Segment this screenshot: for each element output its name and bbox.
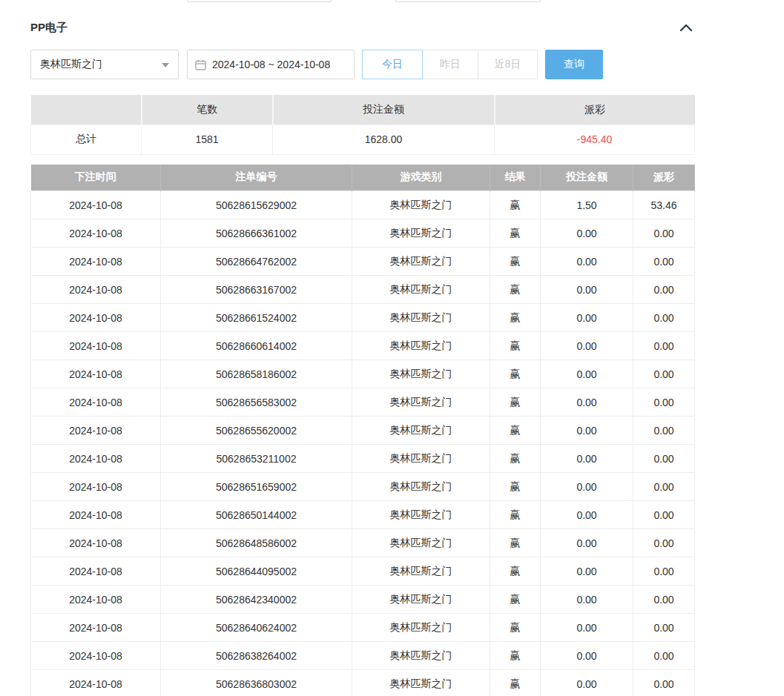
summary-header-payout: 派彩 [495, 95, 695, 125]
cell-bet-id: 50628661524002 [161, 304, 352, 332]
cell-bet-id: 50628615629002 [161, 191, 352, 219]
detail-header-bet-id: 注单编号 [161, 165, 352, 191]
cell-payout: 0.00 [633, 332, 695, 360]
cell-game-type: 奥林匹斯之门 [352, 276, 490, 304]
cell-bet-time: 2024-10-08 [31, 191, 161, 219]
cell-bet-amount: 0.00 [541, 670, 633, 696]
cell-bet-time: 2024-10-08 [31, 642, 161, 670]
table-row: 2024-10-08 50628650144002 奥林匹斯之门 赢 0.00 … [31, 501, 695, 529]
summary-header-row: 笔数 投注金额 派彩 [31, 95, 695, 125]
cell-bet-time: 2024-10-08 [31, 219, 161, 248]
collapse-button[interactable] [678, 22, 694, 33]
cell-bet-time: 2024-10-08 [31, 360, 161, 388]
cell-payout: 0.00 [633, 248, 695, 276]
cell-bet-amount: 0.00 [541, 642, 633, 670]
cell-bet-time: 2024-10-08 [31, 529, 161, 557]
quick-date-buttons: 今日 昨日 近8日 [362, 50, 538, 79]
cell-bet-amount: 0.00 [541, 276, 633, 304]
cell-bet-time: 2024-10-08 [31, 388, 161, 417]
cell-payout: 53.46 [633, 191, 695, 219]
cell-payout: 0.00 [633, 586, 695, 614]
cell-bet-time: 2024-10-08 [31, 332, 161, 360]
chevron-down-icon [162, 63, 169, 67]
cell-result: 赢 [490, 529, 541, 557]
cell-bet-id: 50628656583002 [161, 388, 352, 417]
cell-game-type: 奥林匹斯之门 [352, 417, 490, 445]
cell-bet-amount: 0.00 [541, 360, 633, 388]
cell-result: 赢 [490, 304, 541, 332]
today-button[interactable]: 今日 [362, 50, 423, 79]
game-select-value: 奥林匹斯之门 [40, 58, 102, 71]
cell-game-type: 奥林匹斯之门 [352, 360, 490, 388]
cell-bet-id: 50628650144002 [161, 501, 352, 529]
table-row: 2024-10-08 50628648586002 奥林匹斯之门 赢 0.00 … [31, 529, 695, 557]
cell-payout: 0.00 [633, 219, 695, 248]
table-row: 2024-10-08 50628651659002 奥林匹斯之门 赢 0.00 … [31, 473, 695, 501]
query-button[interactable]: 查询 [545, 50, 603, 79]
cell-payout: 0.00 [633, 529, 695, 557]
cell-game-type: 奥林匹斯之门 [352, 614, 490, 642]
cell-bet-amount: 0.00 [541, 332, 633, 360]
cell-bet-amount: 0.00 [541, 248, 633, 276]
section-header: PP电子 [30, 20, 694, 35]
cell-bet-id: 50628664762002 [161, 248, 352, 276]
cell-bet-time: 2024-10-08 [31, 501, 161, 529]
cell-result: 赢 [490, 248, 541, 276]
cell-result: 赢 [490, 332, 541, 360]
cell-bet-amount: 0.00 [541, 388, 633, 417]
detail-header-bet-time: 下注时间 [31, 165, 161, 191]
pp-electronic-section: PP电子 奥林匹斯之门 2024-10-08 ~ 202 [30, 0, 694, 696]
table-row: 2024-10-08 50628656583002 奥林匹斯之门 赢 0.00 … [31, 388, 695, 417]
table-row: 2024-10-08 50628653211002 奥林匹斯之门 赢 0.00 … [31, 445, 695, 473]
cell-bet-time: 2024-10-08 [31, 304, 161, 332]
cell-game-type: 奥林匹斯之门 [352, 191, 490, 219]
cell-game-type: 奥林匹斯之门 [352, 219, 490, 248]
cell-bet-amount: 0.00 [541, 304, 633, 332]
cell-game-type: 奥林匹斯之门 [352, 388, 490, 417]
cell-game-type: 奥林匹斯之门 [352, 332, 490, 360]
table-row: 2024-10-08 50628663167002 奥林匹斯之门 赢 0.00 … [31, 276, 695, 304]
cell-game-type: 奥林匹斯之门 [352, 557, 490, 586]
cell-result: 赢 [490, 642, 541, 670]
summary-table: 笔数 投注金额 派彩 总计 1581 1628.00 -945.40 [30, 95, 695, 155]
summary-header-bet-amount: 投注金额 [273, 95, 495, 125]
cell-bet-amount: 1.50 [541, 191, 633, 219]
table-row: 2024-10-08 50628661524002 奥林匹斯之门 赢 0.00 … [31, 304, 695, 332]
cell-result: 赢 [490, 614, 541, 642]
cell-bet-time: 2024-10-08 [31, 445, 161, 473]
cell-bet-amount: 0.00 [541, 473, 633, 501]
cell-payout: 0.00 [633, 614, 695, 642]
table-row: 2024-10-08 50628638264002 奥林匹斯之门 赢 0.00 … [31, 642, 695, 670]
chevron-up-icon [679, 23, 693, 34]
cell-result: 赢 [490, 670, 541, 696]
cell-bet-amount: 0.00 [541, 417, 633, 445]
cell-payout: 0.00 [633, 473, 695, 501]
table-row: 2024-10-08 50628615629002 奥林匹斯之门 赢 1.50 … [31, 191, 695, 219]
yesterday-button[interactable]: 昨日 [422, 50, 478, 79]
table-row: 2024-10-08 50628644095002 奥林匹斯之门 赢 0.00 … [31, 557, 695, 586]
detail-header-payout: 派彩 [633, 165, 695, 191]
detail-header-row: 下注时间 注单编号 游戏类别 结果 投注金额 派彩 [31, 165, 695, 191]
detail-table-body: 2024-10-08 50628615629002 奥林匹斯之门 赢 1.50 … [31, 191, 695, 696]
calendar-icon [195, 59, 206, 70]
date-range-input[interactable]: 2024-10-08 ~ 2024-10-08 [187, 50, 355, 79]
detail-header-game-type: 游戏类别 [352, 165, 490, 191]
last8days-button[interactable]: 近8日 [478, 50, 538, 79]
cell-bet-time: 2024-10-08 [31, 276, 161, 304]
cell-result: 赢 [490, 473, 541, 501]
cell-bet-id: 50628651659002 [161, 473, 352, 501]
cell-game-type: 奥林匹斯之门 [352, 304, 490, 332]
cell-result: 赢 [490, 501, 541, 529]
cell-payout: 0.00 [633, 501, 695, 529]
table-row: 2024-10-08 50628636803002 奥林匹斯之门 赢 0.00 … [31, 670, 695, 696]
cell-bet-amount: 0.00 [541, 586, 633, 614]
cell-bet-time: 2024-10-08 [31, 248, 161, 276]
cell-game-type: 奥林匹斯之门 [352, 586, 490, 614]
summary-bet-amount-value: 1628.00 [273, 125, 495, 154]
game-select[interactable]: 奥林匹斯之门 [30, 50, 179, 79]
cell-bet-id: 50628653211002 [161, 445, 352, 473]
detail-header-result: 结果 [490, 165, 541, 191]
detail-table: 下注时间 注单编号 游戏类别 结果 投注金额 派彩 2024-10-08 506… [30, 165, 695, 696]
cell-payout: 0.00 [633, 417, 695, 445]
cell-bet-time: 2024-10-08 [31, 586, 161, 614]
